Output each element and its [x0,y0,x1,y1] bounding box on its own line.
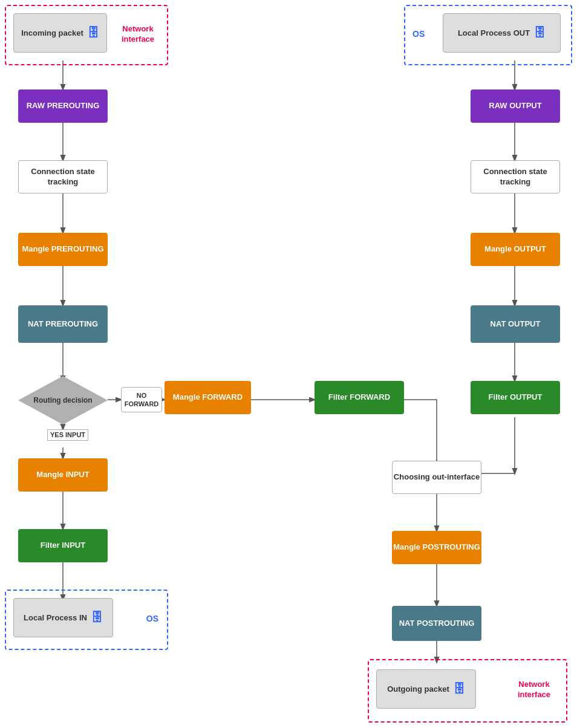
mangle-input-block: Mangle INPUT [18,458,108,492]
choosing-out-interface-block: Choosing out-interface [392,461,481,494]
network-interface-in-label: Network interface [114,24,162,45]
mangle-output-block: Mangle OUTPUT [471,233,560,266]
conn-state-out-block: Connection state tracking [471,160,560,193]
db-icon-local-out: 🗄 [533,26,546,40]
raw-output-block: RAW OUTPUT [471,89,560,123]
filter-output-block: Filter OUTPUT [471,381,560,414]
filter-output-label: Filter OUTPUT [489,392,543,403]
outgoing-packet-label: Outgoing packet [387,684,449,694]
raw-output-label: RAW OUTPUT [489,101,541,111]
routing-decision-wrap: Routing decision [18,376,108,424]
incoming-packet-container: Incoming packet 🗄 Network interface [5,5,168,65]
no-forward-label: NO FORWARD [122,391,161,409]
nat-output-block: NAT OUTPUT [471,305,560,343]
outgoing-packet-container: Outgoing packet 🗄 Network interface [368,659,567,723]
no-forward-label-box: NO FORWARD [121,387,162,412]
network-interface-out-label: Network interface [507,680,561,700]
choosing-out-interface-label: Choosing out-interface [394,472,480,483]
raw-prerouting-label: RAW PREROUTING [27,101,100,111]
local-process-out-box: Local Process OUT 🗄 [443,13,561,53]
nat-prerouting-block: NAT PREROUTING [18,305,108,343]
conn-state-in-label: Connection state tracking [19,167,107,187]
mangle-input-label: Mangle INPUT [36,470,89,480]
db-icon-outgoing: 🗄 [453,682,465,696]
db-icon-incoming: 🗄 [87,26,99,40]
local-process-in-box: Local Process IN 🗄 [13,598,113,637]
mangle-prerouting-label: Mangle PREROUTING [22,244,103,255]
conn-state-in-block: Connection state tracking [18,160,108,193]
filter-forward-block: Filter FORWARD [315,381,404,414]
outgoing-packet-box: Outgoing packet 🗄 [376,669,476,709]
mangle-prerouting-block: Mangle PREROUTING [18,233,108,266]
conn-state-out-label: Connection state tracking [471,167,559,187]
local-process-in-label: Local Process IN [24,613,87,622]
filter-forward-label: Filter FORWARD [328,392,390,403]
local-process-out-container: OS Local Process OUT 🗄 [404,5,572,65]
filter-input-label: Filter INPUT [41,541,85,551]
yes-input-label: YES INPUT [47,429,88,441]
mangle-postrouting-label: Mangle POSTROUTING [393,542,480,553]
filter-input-block: Filter INPUT [18,529,108,562]
mangle-forward-label: Mangle FORWARD [173,392,243,403]
mangle-output-label: Mangle OUTPUT [484,244,546,255]
mangle-postrouting-block: Mangle POSTROUTING [392,531,481,564]
diagram: Incoming packet 🗄 Network interface OS L… [0,0,577,728]
mangle-forward-block: Mangle FORWARD [165,381,251,414]
nat-postrouting-block: NAT POSTROUTING [392,606,481,641]
local-process-out-label: Local Process OUT [458,28,530,37]
incoming-packet-box: Incoming packet 🗄 [13,13,107,53]
nat-output-label: NAT OUTPUT [491,319,541,330]
os-bottom-label: OS [146,614,158,623]
nat-postrouting-label: NAT POSTROUTING [399,619,475,629]
local-process-in-container: Local Process IN 🗄 OS [5,590,168,650]
db-icon-local-in: 🗄 [91,611,103,625]
raw-prerouting-block: RAW PREROUTING [18,89,108,123]
routing-decision-diamond [18,376,108,424]
incoming-packet-label: Incoming packet [21,28,83,37]
nat-prerouting-label: NAT PREROUTING [28,319,98,330]
os-top-label: OS [412,29,425,39]
